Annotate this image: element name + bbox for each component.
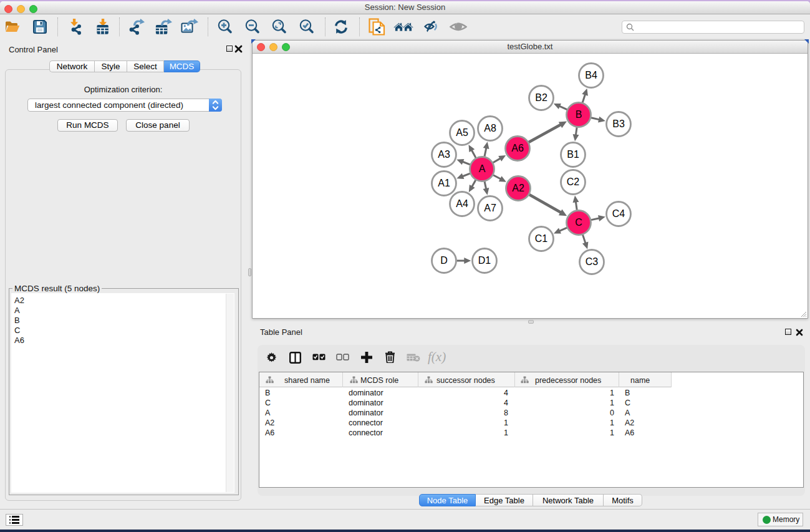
- svg-text:A2: A2: [512, 183, 524, 193]
- svg-text:C4: C4: [612, 208, 625, 219]
- svg-text:B3: B3: [612, 118, 625, 129]
- svg-text:A4: A4: [456, 198, 468, 209]
- svg-text:A1: A1: [438, 178, 450, 188]
- svg-text:C: C: [575, 217, 582, 228]
- svg-text:A3: A3: [438, 149, 450, 160]
- svg-text:C1: C1: [535, 233, 548, 244]
- svg-text:B1: B1: [567, 149, 579, 160]
- svg-text:A7: A7: [484, 203, 496, 213]
- svg-text:C3: C3: [586, 256, 599, 267]
- svg-text:C2: C2: [567, 177, 580, 187]
- svg-text:D: D: [440, 255, 448, 266]
- svg-text:B2: B2: [535, 92, 547, 103]
- svg-text:A5: A5: [456, 127, 468, 138]
- svg-text:D1: D1: [478, 255, 491, 266]
- svg-text:B4: B4: [585, 70, 597, 80]
- svg-text:A: A: [479, 163, 486, 174]
- svg-text:A6: A6: [511, 143, 524, 153]
- svg-text:A8: A8: [484, 123, 496, 133]
- svg-text:B: B: [576, 109, 582, 120]
